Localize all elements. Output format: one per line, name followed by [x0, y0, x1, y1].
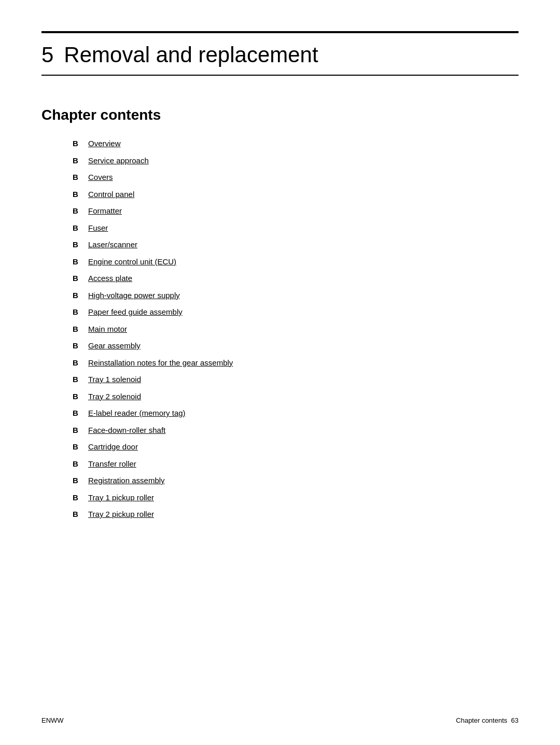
- toc-link-18[interactable]: Cartridge door: [88, 441, 138, 453]
- toc-item: BE-label reader (memory tag): [73, 407, 519, 419]
- footer-label: Chapter contents: [456, 716, 507, 724]
- toc-bullet: B: [73, 290, 80, 302]
- toc-bullet: B: [73, 441, 80, 453]
- toc-link-20[interactable]: Registration assembly: [88, 475, 165, 487]
- toc-item: BPaper feed guide assembly: [73, 306, 519, 318]
- toc-link-6[interactable]: Laser/scanner: [88, 239, 137, 251]
- toc-link-15[interactable]: Tray 2 solenoid: [88, 391, 141, 403]
- section-title: Chapter contents: [41, 107, 519, 123]
- toc-link-21[interactable]: Tray 1 pickup roller: [88, 492, 154, 504]
- toc-bullet: B: [73, 155, 80, 167]
- toc-item: BControl panel: [73, 189, 519, 201]
- toc-item: BFace-down-roller shaft: [73, 425, 519, 437]
- toc-bullet: B: [73, 189, 80, 201]
- toc-link-12[interactable]: Gear assembly: [88, 340, 141, 352]
- toc-link-5[interactable]: Fuser: [88, 222, 108, 234]
- toc-bullet: B: [73, 256, 80, 268]
- toc-item: BHigh-voltage power supply: [73, 290, 519, 302]
- toc-item: BTray 1 solenoid: [73, 374, 519, 386]
- toc-item: BFuser: [73, 222, 519, 234]
- toc-bullet: B: [73, 492, 80, 504]
- toc-link-22[interactable]: Tray 2 pickup roller: [88, 509, 154, 521]
- footer-right: Chapter contents 63: [456, 716, 519, 724]
- toc-item: BGear assembly: [73, 340, 519, 352]
- chapter-header: 5Removal and replacement: [41, 31, 519, 76]
- toc-list: BOverviewBService approachBCoversBContro…: [73, 138, 519, 521]
- toc-item: BRegistration assembly: [73, 475, 519, 487]
- toc-item: BCartridge door: [73, 441, 519, 453]
- toc-link-2[interactable]: Covers: [88, 172, 113, 184]
- toc-bullet: B: [73, 239, 80, 251]
- toc-item: BOverview: [73, 138, 519, 150]
- toc-bullet: B: [73, 509, 80, 521]
- toc-link-1[interactable]: Service approach: [88, 155, 149, 167]
- toc-bullet: B: [73, 475, 80, 487]
- toc-item: BTray 2 pickup roller: [73, 509, 519, 521]
- toc-bullet: B: [73, 138, 80, 150]
- toc-link-4[interactable]: Formatter: [88, 205, 122, 217]
- toc-bullet: B: [73, 340, 80, 352]
- footer: ENWW Chapter contents 63: [41, 716, 519, 724]
- toc-link-16[interactable]: E-label reader (memory tag): [88, 407, 186, 419]
- toc-bullet: B: [73, 273, 80, 285]
- chapter-title: 5Removal and replacement: [41, 43, 318, 67]
- toc-link-11[interactable]: Main motor: [88, 324, 127, 335]
- toc-item: BTransfer roller: [73, 458, 519, 470]
- footer-left: ENWW: [41, 716, 64, 724]
- toc-link-10[interactable]: Paper feed guide assembly: [88, 306, 183, 318]
- footer-page-number: 63: [511, 716, 519, 724]
- toc-link-8[interactable]: Access plate: [88, 273, 132, 285]
- toc-bullet: B: [73, 324, 80, 335]
- toc-bullet: B: [73, 306, 80, 318]
- toc-link-17[interactable]: Face-down-roller shaft: [88, 425, 165, 437]
- toc-bullet: B: [73, 172, 80, 184]
- toc-link-3[interactable]: Control panel: [88, 189, 134, 201]
- toc-bullet: B: [73, 222, 80, 234]
- toc-bullet: B: [73, 407, 80, 419]
- toc-link-19[interactable]: Transfer roller: [88, 458, 136, 470]
- toc-bullet: B: [73, 357, 80, 369]
- toc-bullet: B: [73, 425, 80, 437]
- toc-item: BLaser/scanner: [73, 239, 519, 251]
- toc-item: BTray 1 pickup roller: [73, 492, 519, 504]
- toc-item: BCovers: [73, 172, 519, 184]
- toc-link-9[interactable]: High-voltage power supply: [88, 290, 180, 302]
- toc-bullet: B: [73, 458, 80, 470]
- toc-item: BFormatter: [73, 205, 519, 217]
- toc-bullet: B: [73, 374, 80, 386]
- chapter-title-text: Removal and replacement: [64, 43, 318, 67]
- toc-bullet: B: [73, 205, 80, 217]
- toc-item: BAccess plate: [73, 273, 519, 285]
- toc-item: BTray 2 solenoid: [73, 391, 519, 403]
- toc-link-14[interactable]: Tray 1 solenoid: [88, 374, 141, 386]
- page: 5Removal and replacement Chapter content…: [0, 0, 560, 745]
- toc-link-13[interactable]: Reinstallation notes for the gear assemb…: [88, 357, 233, 369]
- toc-link-0[interactable]: Overview: [88, 138, 121, 150]
- toc-item: BService approach: [73, 155, 519, 167]
- toc-item: BReinstallation notes for the gear assem…: [73, 357, 519, 369]
- toc-item: BEngine control unit (ECU): [73, 256, 519, 268]
- toc-item: BMain motor: [73, 324, 519, 335]
- toc-link-7[interactable]: Engine control unit (ECU): [88, 256, 176, 268]
- toc-bullet: B: [73, 391, 80, 403]
- chapter-number: 5: [41, 43, 53, 67]
